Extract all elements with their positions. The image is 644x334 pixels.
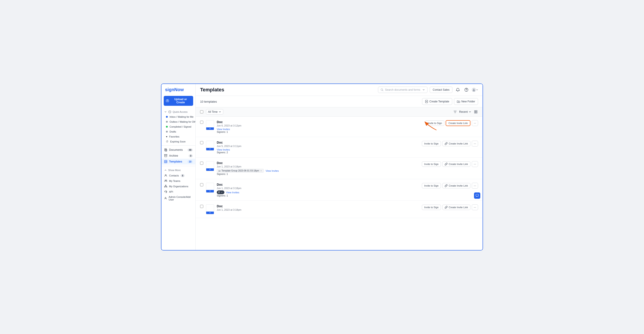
document-item-4: T Doc Jun 1, 2023 at 3:18pm 2 View Invit… xyxy=(196,179,482,201)
doc-checkbox-5[interactable] xyxy=(200,205,203,208)
invite-to-sign-button-2[interactable]: Invite to Sign xyxy=(422,141,441,146)
more-options-button-1[interactable]: ··· xyxy=(472,120,478,126)
template-group-tag-3[interactable]: 🗂 Template Group 2023-06-01 03-18pm xyxy=(217,169,264,173)
view-invites-link-1[interactable]: View Invites xyxy=(217,128,230,131)
upload-create-button[interactable]: Upload or Create xyxy=(164,96,193,106)
sidebar-item-inbox[interactable]: Inbox / Waiting for Me xyxy=(162,114,196,119)
svg-rect-26 xyxy=(476,112,477,113)
create-template-button[interactable]: Create Template xyxy=(422,98,452,105)
group-chevron-icon-4 xyxy=(220,191,223,194)
sidebar-item-documents[interactable]: Documents 49 xyxy=(162,147,196,153)
group-count-icon: 2 xyxy=(218,191,220,194)
chevron-down-icon xyxy=(164,111,167,113)
more-options-button-3[interactable]: ··· xyxy=(472,161,478,167)
svg-rect-23 xyxy=(474,111,476,112)
select-all-checkbox[interactable] xyxy=(200,110,203,113)
doc-signers-1: Signers: 1 xyxy=(217,131,425,133)
sidebar-item-expiring[interactable]: ⏱ Expiring Soon xyxy=(162,139,196,144)
sidebar-item-my-organizations[interactable]: My Organizations xyxy=(162,184,196,189)
search-dropdown-icon xyxy=(422,89,425,91)
sidebar-item-my-teams[interactable]: My Teams xyxy=(162,178,196,184)
invite-to-sign-button-4[interactable]: Invite to Sign xyxy=(422,183,441,188)
search-placeholder: Search documents and forms xyxy=(385,88,421,91)
doc-thumb-label-4: T xyxy=(206,190,214,192)
svg-rect-25 xyxy=(474,112,476,113)
sidebar-item-admin[interactable]: Admin Console/Add User xyxy=(162,194,196,202)
create-invite-link-button-5[interactable]: Create Invite Link xyxy=(442,205,470,210)
user-avatar[interactable] xyxy=(472,87,478,93)
sort-icon xyxy=(453,110,457,114)
doc-actions-5: Invite to Sign Create Invite Link ··· xyxy=(422,204,478,210)
view-invites-link-4[interactable]: View Invites xyxy=(226,191,240,194)
sidebar-item-favorites[interactable]: ♥ Favorites xyxy=(162,134,196,139)
sidebar: signNow Upload or Create Quick Access In… xyxy=(162,84,196,250)
doc-checkbox-3[interactable] xyxy=(200,162,203,165)
group-tag-4[interactable]: 2 xyxy=(217,190,224,194)
svg-point-12 xyxy=(166,180,167,181)
create-invite-link-button-2[interactable]: Create Invite Link xyxy=(442,141,470,146)
view-invites-link-2[interactable]: View Invites xyxy=(217,148,230,151)
create-invite-link-button-1[interactable]: Create Invite Link xyxy=(446,120,470,126)
invite-to-sign-button-3[interactable]: Invite to Sign xyxy=(422,161,441,167)
invite-to-sign-button-5[interactable]: Invite to Sign xyxy=(422,205,441,210)
sidebar-item-outbox[interactable]: Outbox / Waiting for Others xyxy=(162,119,196,124)
create-template-icon xyxy=(425,100,428,103)
create-invite-link-button-4[interactable]: Create Invite Link xyxy=(442,183,470,188)
svg-point-11 xyxy=(165,180,166,181)
sidebar-item-contacts[interactable]: Contacts 6 xyxy=(162,173,196,178)
doc-name-3: Doc xyxy=(217,161,422,165)
doc-checkbox-4[interactable] xyxy=(200,183,203,186)
help-icon[interactable] xyxy=(463,87,470,93)
search-box[interactable]: Search documents and forms xyxy=(378,87,428,93)
doc-actions-3: Invite to Sign Create Invite Link ··· xyxy=(422,161,478,167)
sidebar-item-api[interactable]: API xyxy=(162,189,196,194)
filter-right: Recent xyxy=(453,110,478,114)
doc-name-1: Doc xyxy=(217,120,425,124)
sidebar-item-drafts[interactable]: Drafts xyxy=(162,129,196,134)
more-options-button-4[interactable]: ··· xyxy=(472,183,478,189)
svg-rect-13 xyxy=(165,185,166,186)
doc-checkbox-1[interactable] xyxy=(200,121,203,124)
view-invites-link-3[interactable]: View Invites xyxy=(266,169,279,172)
user-dropdown-icon xyxy=(476,89,478,91)
contacts-icon xyxy=(164,174,167,177)
show-more-toggle[interactable]: Show More xyxy=(162,167,196,173)
doc-thumbnail-4: T xyxy=(206,183,214,193)
contact-sales-button[interactable]: Contact Sales xyxy=(430,87,452,93)
new-folder-button[interactable]: New Folder xyxy=(454,98,478,105)
new-folder-icon xyxy=(457,100,460,103)
tag-chevron-icon-3 xyxy=(260,170,262,172)
doc-meta-1: View Invites xyxy=(217,128,425,131)
create-invite-link-button-3[interactable]: Create Invite Link xyxy=(442,161,470,167)
doc-info-4: Doc Jun 1, 2023 at 3:18pm 2 View Invites… xyxy=(217,183,422,197)
svg-rect-8 xyxy=(165,162,166,163)
invite-to-sign-button-1[interactable]: Invite to Sign xyxy=(425,120,444,126)
quick-access-header[interactable]: Quick Access xyxy=(162,109,196,114)
filter-left: All Time xyxy=(200,109,223,115)
page-header: Templates Search documents and forms Con… xyxy=(196,84,482,96)
inbox-dot xyxy=(166,116,168,118)
doc-signers-4: Signers: 1 xyxy=(217,194,422,197)
doc-info-2: Doc Jun 5, 2023 at 3:11pm View Invites S… xyxy=(217,141,422,154)
more-options-button-5[interactable]: ··· xyxy=(472,204,478,210)
link-icon-2 xyxy=(445,142,448,145)
all-time-chevron-icon xyxy=(218,111,221,113)
link-icon-4 xyxy=(445,184,448,187)
sidebar-item-completed[interactable]: Completed / Signed xyxy=(162,124,196,129)
toolbar-actions: Create Template New Folder xyxy=(422,98,478,105)
doc-checkbox-2[interactable] xyxy=(200,141,203,144)
recent-chevron-icon xyxy=(468,111,471,113)
more-options-button-2[interactable]: ··· xyxy=(472,141,478,147)
all-time-dropdown[interactable]: All Time xyxy=(206,109,223,115)
sidebar-item-archive[interactable]: Archive 0 xyxy=(162,153,196,159)
chat-icon xyxy=(476,194,479,197)
app-frame: signNow Upload or Create Quick Access In… xyxy=(161,84,483,250)
doc-actions-2: Invite to Sign Create Invite Link ··· xyxy=(422,141,478,147)
notifications-icon[interactable] xyxy=(455,87,461,93)
sort-button[interactable] xyxy=(453,110,457,114)
recent-dropdown[interactable]: Recent xyxy=(459,110,471,113)
grid-view-icon[interactable] xyxy=(474,110,478,114)
doc-date-1: Jun 6, 2023 at 3:12pm xyxy=(217,124,425,127)
sidebar-item-templates[interactable]: Templates 10 xyxy=(162,159,196,165)
chat-float-button[interactable] xyxy=(474,192,480,199)
